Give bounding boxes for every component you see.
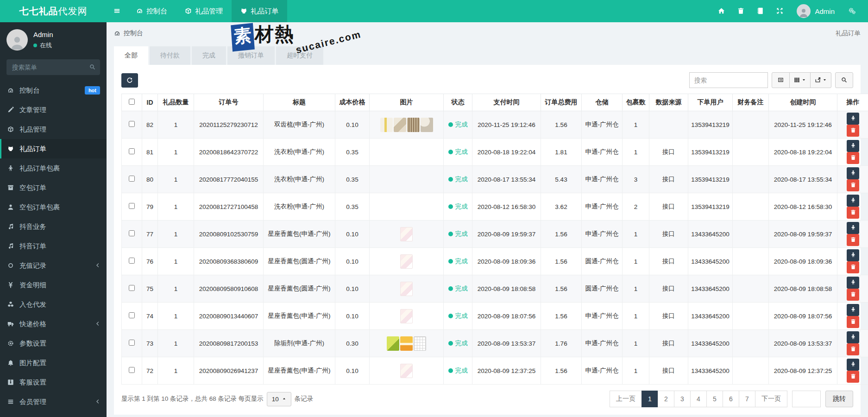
thumbnail-group[interactable] (371, 145, 442, 159)
row-delete-button[interactable] (847, 234, 859, 246)
breadcrumb-left[interactable]: 控制台 (114, 29, 143, 38)
row-checkbox[interactable] (129, 148, 135, 154)
sidebar-item-抖音业务[interactable]: 抖音业务 (0, 217, 107, 236)
product-thumbnail-detergent[interactable] (400, 172, 413, 187)
sidebar-item-抖音订单[interactable]: 抖音订单 (0, 236, 107, 256)
product-thumbnail-sachet[interactable] (400, 364, 413, 378)
sidebar-toggle-button[interactable] (107, 0, 127, 22)
product-thumbnail-comb-d[interactable] (421, 118, 433, 132)
row-delete-button[interactable] (847, 207, 859, 219)
navbar-item-控制台[interactable]: 控制台 (127, 0, 176, 22)
tab-完成[interactable]: 完成 (192, 46, 226, 65)
row-packages-button[interactable] (847, 222, 859, 234)
thumbnail-group[interactable] (371, 200, 442, 214)
row-checkbox[interactable] (129, 176, 135, 182)
navbar-user-menu[interactable]: Admin (789, 4, 842, 18)
row-delete-button[interactable] (847, 316, 859, 328)
row-delete-button[interactable] (847, 371, 859, 383)
row-checkbox[interactable] (129, 121, 135, 127)
thumbnail-group[interactable] (371, 336, 442, 351)
navbar-item-礼品订单[interactable]: 礼品订单 (232, 0, 287, 22)
product-thumbnail-sachet[interactable] (400, 227, 413, 241)
sidebar-item-充值记录[interactable]: 充值记录 (0, 256, 107, 275)
product-thumbnail-sachet[interactable] (400, 282, 413, 296)
trash-button[interactable] (731, 0, 750, 22)
row-checkbox[interactable] (129, 203, 135, 209)
sidebar-item-礼品订单[interactable]: 礼品订单 (0, 139, 107, 158)
tab-超时支付[interactable]: 超时支付 (276, 46, 323, 65)
thumbnail-group[interactable] (371, 172, 442, 187)
expand-button[interactable] (770, 0, 789, 22)
row-packages-button[interactable] (847, 167, 859, 179)
pagination-toggle-button[interactable] (772, 72, 790, 88)
row-delete-button[interactable] (847, 261, 859, 273)
sidebar-item-礼品订单包裹[interactable]: 礼品订单包裹 (0, 158, 107, 178)
row-delete-button[interactable] (847, 179, 859, 191)
product-thumbnail-box-yg[interactable] (387, 336, 399, 351)
select-all-checkbox[interactable] (129, 99, 135, 105)
thumbnail-group[interactable] (371, 227, 442, 241)
sidebar-item-资金明细[interactable]: 资金明细 (0, 275, 107, 295)
thumbnail-group[interactable] (371, 254, 442, 269)
sidebar-item-图片配置[interactable]: 图片配置 (0, 353, 107, 373)
sidebar-item-控制台[interactable]: 控制台hot (0, 81, 107, 100)
table-search-input[interactable] (689, 72, 768, 88)
search-button[interactable] (835, 72, 853, 88)
row-checkbox[interactable] (129, 285, 135, 291)
product-thumbnail-comb-c[interactable] (407, 118, 420, 132)
page-button-7[interactable]: 7 (739, 391, 755, 407)
page-button-3[interactable]: 3 (674, 391, 691, 407)
row-checkbox[interactable] (129, 340, 135, 346)
row-delete-button[interactable] (847, 343, 859, 355)
product-thumbnail-grid[interactable] (414, 336, 426, 351)
page-button-6[interactable]: 6 (723, 391, 739, 407)
settings-cogs-button[interactable] (842, 0, 862, 22)
product-thumbnail-comb-b[interactable] (394, 118, 406, 132)
brand-logo[interactable]: 七七礼品代发网 (0, 0, 107, 22)
row-packages-button[interactable] (847, 304, 859, 316)
page-size-select[interactable]: 10 (267, 392, 291, 406)
product-thumbnail-comb-a[interactable] (380, 118, 393, 132)
row-checkbox[interactable] (129, 230, 135, 236)
sidebar-item-客服设置[interactable]: 客服设置 (0, 373, 107, 392)
page-button-1[interactable]: 1 (642, 391, 658, 407)
home-button[interactable] (711, 0, 731, 22)
tab-全部[interactable]: 全部 (114, 46, 148, 65)
product-thumbnail-detergent[interactable] (400, 200, 413, 214)
sidebar-search-input[interactable] (6, 59, 100, 75)
tab-待付款[interactable]: 待付款 (150, 46, 190, 65)
row-delete-button[interactable] (847, 125, 859, 137)
thumbnail-group[interactable] (371, 118, 442, 132)
refresh-button[interactable] (121, 73, 138, 88)
next-page-button[interactable]: 下一页 (755, 391, 787, 407)
row-checkbox[interactable] (129, 258, 135, 264)
sidebar-item-会员管理[interactable]: 会员管理 (0, 392, 107, 411)
thumbnail-group[interactable] (371, 282, 442, 296)
page-button-5[interactable]: 5 (706, 391, 723, 407)
row-checkbox[interactable] (129, 312, 135, 318)
product-thumbnail-detergent[interactable] (400, 145, 413, 159)
address-book-button[interactable] (750, 0, 770, 22)
thumbnail-group[interactable] (371, 309, 442, 323)
page-button-4[interactable]: 4 (690, 391, 707, 407)
sidebar-item-文章管理[interactable]: 文章管理 (0, 100, 107, 120)
export-dropdown-button[interactable] (810, 72, 831, 88)
sidebar-item-礼品管理[interactable]: 礼品管理 (0, 120, 107, 139)
page-button-2[interactable]: 2 (658, 391, 674, 407)
prev-page-button[interactable]: 上一页 (610, 391, 642, 407)
product-thumbnail-sachet[interactable] (400, 254, 413, 269)
thumbnail-group[interactable] (371, 364, 442, 378)
product-thumbnail-sachet[interactable] (400, 309, 413, 323)
row-packages-button[interactable] (847, 113, 859, 125)
row-delete-button[interactable] (847, 152, 859, 164)
jump-button[interactable]: 跳转 (825, 391, 853, 407)
navbar-item-礼品管理[interactable]: 礼品管理 (176, 0, 232, 22)
sidebar-item-参数设置[interactable]: 参数设置 (0, 334, 107, 353)
jump-page-input[interactable] (792, 391, 821, 407)
row-packages-button[interactable] (847, 277, 859, 289)
sidebar-item-空包订单[interactable]: 空包订单 (0, 178, 107, 197)
row-packages-button[interactable] (847, 195, 859, 207)
row-packages-button[interactable] (847, 331, 859, 343)
row-delete-button[interactable] (847, 289, 859, 301)
product-thumbnail-box-oy[interactable] (400, 336, 413, 351)
